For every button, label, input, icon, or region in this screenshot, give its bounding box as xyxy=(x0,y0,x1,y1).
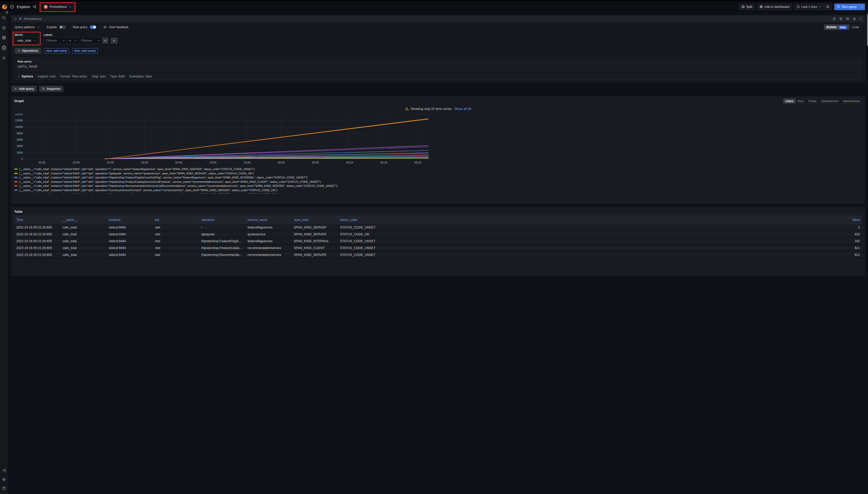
column-header-operation[interactable]: operation xyxy=(199,218,246,222)
raw-query-toggle[interactable] xyxy=(90,25,96,29)
operations-button[interactable]: Operations xyxy=(15,48,41,54)
svg-text:23:50: 23:50 xyxy=(210,161,217,164)
column-header-servicename[interactable]: service_name xyxy=(246,218,292,222)
options-toggle[interactable]: Options xyxy=(18,75,33,78)
bell-icon[interactable] xyxy=(2,56,6,60)
metric-select[interactable]: calls_total xyxy=(15,38,38,44)
table-header-row: Time__name__instancejoboperationservice_… xyxy=(14,215,434,224)
table-cell: recommendationservice xyxy=(246,246,292,247)
table-row: 2022-10-16 00:22:29.655calls_totalotelco… xyxy=(14,224,434,231)
sidebar-expand-button[interactable] xyxy=(5,11,9,14)
column-header-spankind[interactable]: span_kind xyxy=(292,218,338,222)
explore-compass-icon xyxy=(10,4,14,9)
table-cell: otel xyxy=(153,240,199,243)
svg-text:00:15: 00:15 xyxy=(380,161,387,164)
label-op-value: = xyxy=(69,39,71,42)
option-summary-item: Format: Time series xyxy=(60,75,87,78)
datasource-picker[interactable]: Prometheus xyxy=(41,3,74,10)
label-key-select[interactable]: Choose xyxy=(44,38,67,44)
raw-query-preview: Raw query calls_total xyxy=(15,58,434,71)
share-icon[interactable] xyxy=(33,5,36,8)
collapse-chevron-icon[interactable] xyxy=(14,18,17,20)
graph-panel: Graph LinesBarsPointsStacked linesStacke… xyxy=(12,97,434,203)
svg-text:23:45: 23:45 xyxy=(175,161,182,164)
legend-item-clipped[interactable]: {__name__="calls_total", instance="otelc… xyxy=(14,192,434,193)
legend-label: {__name__="calls_total", instance="otelc… xyxy=(19,176,307,179)
grafana-logo[interactable] xyxy=(2,4,7,10)
table-cell: SPAN_KIND_SERVER xyxy=(292,226,338,229)
inspector-button[interactable]: Inspector xyxy=(39,86,63,92)
top-navbar: Explore Prometheus xyxy=(0,1,434,12)
explain-toggle[interactable] xyxy=(59,25,66,29)
column-header-time[interactable]: Time xyxy=(14,218,60,222)
query-editor-body: Query patterns Explain Raw query Give fe… xyxy=(12,22,434,82)
star-icon[interactable] xyxy=(2,26,6,30)
column-header-name[interactable]: __name__ xyxy=(60,218,107,222)
datasource-name: Prometheus xyxy=(50,5,67,8)
svg-text:6000: 6000 xyxy=(17,138,23,141)
table-cell: otelcol:9464 xyxy=(107,226,153,229)
svg-text:23:55: 23:55 xyxy=(244,161,251,164)
add-query-button[interactable]: Add query xyxy=(12,86,37,92)
legend-label: {__name__="calls_total", instance="otelc… xyxy=(19,189,277,192)
column-header-job[interactable]: job xyxy=(153,218,199,222)
table-cell: SPAN_KIND_CLIENT xyxy=(292,246,338,247)
legend-item[interactable]: {__name__="calls_total", instance="otelc… xyxy=(14,188,434,192)
table-cell: 621 xyxy=(384,246,434,247)
options-summary: Legend: AutoFormat: Time seriesStep: aut… xyxy=(38,75,152,78)
legend-item[interactable]: {__name__="calls_total", instance="otelc… xyxy=(14,180,434,184)
table-cell: /hipstershop.FeatureFlagService/GetFlag xyxy=(199,240,246,243)
legend-item[interactable]: {__name__="calls_total", instance="otelc… xyxy=(14,175,434,180)
svg-text:14000: 14000 xyxy=(15,114,23,115)
query-row-header[interactable]: A (Prometheus) xyxy=(12,16,434,22)
labels-field: Labels Choose = xyxy=(44,33,117,44)
table-panel: Table Time__name__instancejoboperationse… xyxy=(12,207,434,247)
svg-text:00:20: 00:20 xyxy=(414,161,421,164)
query-datasource-hint: (Prometheus) xyxy=(24,17,42,20)
table-cell: 2022-10-16 00:22:29.655 xyxy=(14,232,60,236)
table-cell: /hipstershop.ProductCatalogService/ListP… xyxy=(199,246,246,247)
dashboards-icon[interactable] xyxy=(2,36,6,40)
table-row: 2022-10-16 00:22:29.655calls_totalotelco… xyxy=(14,231,434,238)
chevron-down-icon xyxy=(97,39,100,42)
table-cell: / xyxy=(199,226,246,229)
table-cell: calls_total xyxy=(60,232,107,236)
svg-text:10000: 10000 xyxy=(15,126,23,129)
explore-icon[interactable] xyxy=(2,45,6,50)
column-header-value[interactable]: Value xyxy=(384,218,434,222)
remove-label-filter-button[interactable] xyxy=(102,38,108,44)
chevron-down-icon xyxy=(69,5,71,8)
legend-item[interactable]: {__name__="calls_total", instance="otelc… xyxy=(14,167,434,171)
metric-value: calls_total xyxy=(17,39,31,42)
time-series-chart[interactable]: 0200040006000800010000120001400023:2523:… xyxy=(14,114,434,166)
hint-add-sum-button[interactable]: hint: add sum() xyxy=(72,48,98,54)
chevron-down-icon xyxy=(37,26,40,28)
legend-swatch xyxy=(14,177,18,178)
legend-swatch xyxy=(14,169,18,170)
query-ref-id: A xyxy=(19,17,22,21)
column-header-statuscode[interactable]: status_code xyxy=(338,218,384,222)
table-cell: 432 xyxy=(384,232,434,236)
column-header-instance[interactable]: instance xyxy=(107,218,153,222)
svg-text:8000: 8000 xyxy=(17,132,23,135)
legend-label: {__name__="calls_total", instance="otelc… xyxy=(19,168,255,171)
comment-icon xyxy=(104,26,107,29)
legend-item[interactable]: {__name__="calls_total", instance="otelc… xyxy=(14,184,434,188)
label-op-select[interactable]: = xyxy=(67,38,79,44)
main-content: A (Prometheus) xyxy=(8,12,434,247)
svg-text:00:00: 00:00 xyxy=(278,161,285,164)
table-cell: /getquote xyxy=(199,232,246,236)
search-icon[interactable] xyxy=(2,16,6,20)
add-label-filter-button[interactable] xyxy=(111,38,117,44)
graph-warning: Showing only 20 time series. Show all 55 xyxy=(14,107,434,111)
legend-item[interactable]: {__name__="calls_total", instance="otelc… xyxy=(14,171,434,176)
options-row[interactable]: Options Legend: AutoFormat: Time seriesS… xyxy=(15,73,434,80)
table-cell: SPAN_KIND_SERVER xyxy=(292,232,338,236)
table-cell: 2022-10-16 00:22:29.655 xyxy=(14,246,60,247)
legend-swatch xyxy=(14,181,18,182)
label-value-select[interactable]: Choose xyxy=(79,38,102,44)
query-patterns-dropdown[interactable]: Query patterns xyxy=(15,25,35,29)
give-feedback-link[interactable]: Give feedback xyxy=(109,25,129,29)
hint-add-rate-button[interactable]: hint: add rate() xyxy=(44,48,69,54)
prometheus-logo xyxy=(44,5,48,9)
